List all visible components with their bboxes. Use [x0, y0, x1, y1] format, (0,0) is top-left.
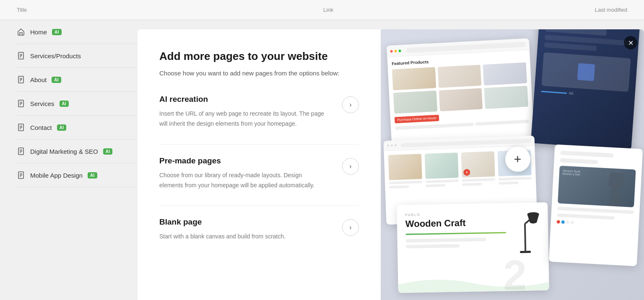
page-icon: [17, 123, 25, 132]
lamp-icon: [510, 207, 540, 257]
modal-right-panel: ✕ Featured Products: [381, 29, 644, 300]
preview-card-right-bottom: Venture Scott Braves a San: [549, 145, 643, 266]
close-button[interactable]: ✕: [624, 36, 637, 49]
preview-card-dark: A6: [531, 29, 640, 150]
title-column-header: Title: [17, 7, 155, 13]
close-icon: ✕: [628, 39, 634, 47]
ai-badge: AI: [57, 124, 67, 131]
table-header: Title Link Last modified: [0, 0, 644, 20]
modal-title: Add more pages to your website: [159, 49, 359, 64]
option-pre-made-arrow-button[interactable]: ›: [342, 158, 359, 175]
row-title-mobile-app: Mobile App Design: [30, 172, 83, 179]
option-blank-page-arrow-button[interactable]: ›: [342, 219, 359, 236]
page-icon: [17, 147, 25, 155]
ai-badge: AI: [52, 29, 62, 35]
modal-subtitle: Choose how you want to add new pages fro…: [159, 69, 359, 78]
row-title-about: About: [30, 76, 47, 83]
option-ai-recreation-arrow-button[interactable]: ›: [342, 96, 359, 113]
option-pre-made: Pre-made pages Choose from our library o…: [159, 144, 359, 191]
row-title-services: Services: [30, 100, 55, 107]
option-ai-recreation: AI recreation Insert the URL of any web …: [159, 95, 359, 129]
option-blank-page-title: Blank page: [159, 217, 335, 227]
ai-badge: AI: [88, 172, 97, 178]
home-icon: [17, 28, 25, 36]
option-blank-page: Blank page Start with a blank canvas and…: [159, 205, 359, 242]
big-number-decoration: 2: [503, 254, 527, 296]
svg-rect-25: [524, 224, 526, 252]
option-ai-recreation-title: AI recreation: [159, 95, 335, 104]
link-column-header: Link: [155, 7, 501, 13]
option-pre-made-title: Pre-made pages: [159, 156, 335, 166]
chevron-right-icon: ›: [349, 163, 351, 170]
last-modified-column-header: Last modified: [501, 7, 627, 13]
preview-card-ecommerce: Featured Products Purchase Online on Hov…: [387, 38, 534, 146]
row-title-digital-marketing: Digital Marketing & SEO: [30, 148, 98, 155]
page-icon: [17, 99, 25, 108]
row-title-home: Home: [30, 28, 47, 36]
page-icon: [17, 75, 25, 84]
option-ai-recreation-desc: Insert the URL of any web page to recrea…: [159, 109, 327, 129]
modal-left-panel: Add more pages to your website Choose ho…: [138, 29, 381, 300]
ai-badge: AI: [103, 148, 113, 155]
row-title-services-products: Services/Products: [30, 52, 81, 59]
add-pages-modal: Add more pages to your website Choose ho…: [138, 29, 644, 300]
ai-badge: AI: [60, 101, 69, 107]
ai-badge: AI: [52, 77, 61, 83]
option-blank-page-desc: Start with a blank canvas and build from…: [159, 232, 327, 242]
chevron-right-icon: ›: [349, 224, 351, 231]
page-icon: [17, 171, 25, 179]
row-title-contact: Contact: [30, 124, 52, 131]
chevron-right-icon: ›: [349, 101, 351, 109]
page-icon: [17, 52, 25, 60]
plus-circle: +: [505, 147, 530, 172]
option-pre-made-desc: Choose from our library of ready-made la…: [159, 171, 327, 191]
